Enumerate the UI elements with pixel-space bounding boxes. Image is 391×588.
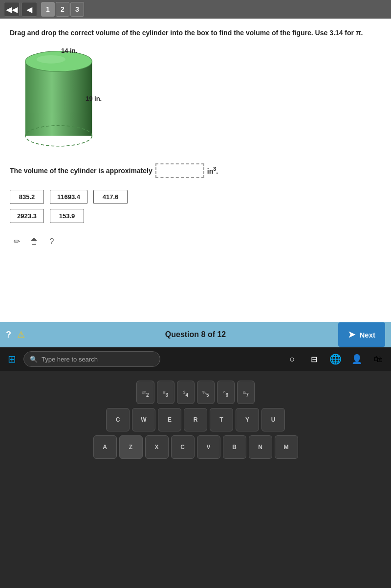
help-icon[interactable]: ? <box>45 235 59 249</box>
search-magnifier-icon: 🔍 <box>30 356 38 363</box>
taskbar-search-placeholder: Type here to search <box>42 356 98 363</box>
question-instruction: Drag and drop the correct volume of the … <box>10 28 381 38</box>
key-y[interactable]: Y <box>236 408 259 431</box>
volume-statement: The volume of the cylinder is approximat… <box>10 163 381 178</box>
answer-chip-835[interactable]: 835.2 <box>10 190 44 204</box>
key-4[interactable]: %5 <box>197 381 215 404</box>
tools-row: ✏ 🗑 ? <box>10 235 381 249</box>
key-q[interactable]: C <box>106 408 130 431</box>
key-u[interactable]: U <box>261 408 285 431</box>
edge-browser-icon[interactable]: 🌐 <box>326 350 344 368</box>
question-progress: Question 8 of 12 <box>165 330 226 339</box>
answer-row-1: 835.2 11693.4 417.6 <box>10 190 381 204</box>
key-j[interactable]: N <box>249 435 272 459</box>
next-button[interactable]: ➤ Next <box>338 322 385 347</box>
answer-chip-417[interactable]: 417.6 <box>93 190 128 204</box>
key-g[interactable]: V <box>197 435 220 459</box>
volume-text: The volume of the cylinder is approximat… <box>10 167 152 175</box>
store-icon[interactable]: 🛍 <box>369 350 387 368</box>
answer-chip-11693[interactable]: 11693.4 <box>50 190 87 204</box>
key-w[interactable]: W <box>132 408 155 431</box>
taskbar-search-box[interactable]: 🔍 Type here to search <box>23 351 160 367</box>
key-5[interactable]: ^6 <box>217 381 235 404</box>
key-e[interactable]: E <box>158 408 181 431</box>
back-double-arrow[interactable]: ◀◀ <box>4 2 20 17</box>
key-3[interactable]: $4 <box>177 381 195 404</box>
keyboard-number-row: @2 #3 $4 %5 ^6 &7 <box>5 381 386 404</box>
answer-options: 835.2 11693.4 417.6 2923.3 153.9 <box>10 190 381 223</box>
windows-start-button[interactable]: ⊞ <box>4 351 20 367</box>
cylinder-area: 14 in. 19 in. <box>10 46 381 154</box>
volume-unit: in3. <box>207 166 218 175</box>
key-f[interactable]: C <box>171 435 195 459</box>
next-arrow-icon: ➤ <box>348 329 355 340</box>
trash-icon[interactable]: 🗑 <box>27 235 41 249</box>
keyboard-area: @2 #3 $4 %5 ^6 &7 C W E R T Y U A Z X C … <box>0 371 391 588</box>
back-arrow[interactable]: ◀ <box>22 2 37 17</box>
key-1[interactable]: @2 <box>136 381 154 404</box>
answer-drop-box[interactable] <box>155 163 204 178</box>
nav-number-2[interactable]: 2 <box>56 2 69 17</box>
task-view-icon[interactable]: ⊟ <box>305 350 323 368</box>
key-h[interactable]: B <box>223 435 246 459</box>
next-label: Next <box>359 331 375 339</box>
svg-rect-0 <box>25 61 92 136</box>
nav-number-group: 1 2 3 <box>41 2 84 17</box>
key-t[interactable]: T <box>210 408 233 431</box>
svg-point-3 <box>37 55 65 63</box>
status-warning-icon[interactable]: ⚠ <box>17 329 25 340</box>
keyboard-qwerty-row: C W E R T Y U <box>5 408 386 431</box>
nav-number-1[interactable]: 1 <box>41 2 55 17</box>
top-navigation: ◀◀ ◀ 1 2 3 <box>0 0 391 19</box>
key-d[interactable]: X <box>145 435 169 459</box>
answer-chip-2923[interactable]: 2923.3 <box>10 209 44 223</box>
people-icon[interactable]: 👤 <box>348 350 366 368</box>
key-s[interactable]: Z <box>119 435 143 459</box>
windows-taskbar: ⊞ 🔍 Type here to search ○ ⊟ 🌐 👤 🛍 <box>0 347 391 371</box>
key-r[interactable]: R <box>184 408 207 431</box>
key-6[interactable]: &7 <box>237 381 255 404</box>
answer-row-2: 2923.3 153.9 <box>10 209 381 223</box>
status-bar: ? ⚠ Question 8 of 12 ➤ Next <box>0 322 391 347</box>
nav-number-3[interactable]: 3 <box>70 2 84 17</box>
answer-chip-153[interactable]: 153.9 <box>50 209 84 223</box>
taskbar-icon-group: ○ ⊟ 🌐 👤 🛍 <box>283 350 387 368</box>
key-a[interactable]: A <box>93 435 117 459</box>
keyboard-bottom-row: A Z X C V B N M <box>5 435 386 459</box>
cortana-icon[interactable]: ○ <box>283 350 301 368</box>
key-2[interactable]: #3 <box>157 381 174 404</box>
main-content-area: Drag and drop the correct volume of the … <box>0 19 391 322</box>
key-k[interactable]: M <box>275 435 298 459</box>
diameter-label: 14 in. <box>61 47 77 54</box>
height-label: 19 in. <box>86 95 102 102</box>
status-question-mark[interactable]: ? <box>6 330 11 340</box>
status-left: ? ⚠ <box>6 329 25 340</box>
pencil-icon[interactable]: ✏ <box>10 235 23 249</box>
cylinder-container: 14 in. 19 in. <box>15 46 112 154</box>
